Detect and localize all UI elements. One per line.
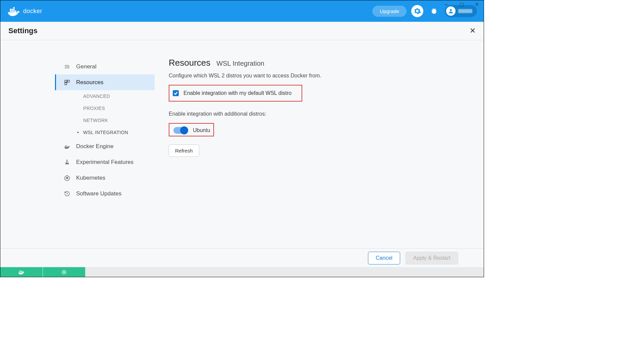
sidebar-item-label: Kubernetes: [76, 175, 105, 181]
sidebar-item-docker-engine[interactable]: Docker Engine: [55, 138, 155, 154]
svg-rect-3: [65, 82, 67, 84]
content-area: Resources WSL Integration Configure whic…: [155, 40, 484, 261]
upgrade-button[interactable]: Upgrade: [372, 6, 407, 17]
svg-point-0: [450, 9, 452, 11]
svg-point-7: [63, 271, 64, 272]
distro-toggle-box: Ubuntu: [169, 123, 214, 136]
apply-button: Apply & Restart: [406, 252, 458, 264]
sliders-icon: [64, 64, 70, 70]
sidebar-item-updates[interactable]: Software Updates: [55, 186, 155, 201]
cancel-button[interactable]: Cancel: [368, 252, 400, 264]
close-icon[interactable]: ✕: [470, 27, 476, 35]
resources-icon: [64, 79, 70, 85]
sidebar-sub-network[interactable]: NETWORK: [55, 114, 155, 126]
heading-main: Resources: [169, 58, 210, 68]
svg-point-5: [66, 177, 68, 179]
sidebar-item-label: Experimental Features: [76, 159, 133, 166]
avatar-icon: [446, 6, 456, 16]
status-docker-icon[interactable]: [0, 267, 43, 277]
sidebar-item-label: Docker Engine: [76, 143, 114, 150]
sidebar-item-label: Resources: [76, 79, 103, 86]
refresh-button[interactable]: Refresh: [169, 144, 199, 157]
sidebar-item-label: Software Updates: [76, 190, 121, 197]
sidebar-item-label: General: [76, 63, 96, 70]
flask-icon: [64, 159, 70, 165]
status-kubernetes-icon[interactable]: [43, 267, 86, 277]
status-bar: [0, 267, 484, 277]
docker-logo-icon: [7, 6, 20, 16]
whale-icon: [64, 143, 70, 149]
page-title: Settings: [8, 26, 38, 35]
maximize-icon[interactable]: ▢: [458, 1, 465, 8]
settings-header: Settings ✕: [0, 22, 484, 40]
sidebar-sub-proxies[interactable]: PROXIES: [55, 102, 155, 114]
settings-icon[interactable]: [411, 5, 423, 17]
sidebar-sub-wsl[interactable]: WSL INTEGRATION: [55, 126, 155, 138]
kubernetes-icon: [64, 175, 70, 181]
sidebar-sub-advanced[interactable]: ADVANCED: [55, 90, 155, 102]
window-controls: ─ ▢ ✕: [443, 1, 480, 8]
svg-rect-1: [65, 80, 67, 82]
default-distro-box: Enable integration with my default WSL d…: [169, 85, 302, 102]
sidebar-item-general[interactable]: General: [55, 59, 155, 74]
sidebar-item-kubernetes[interactable]: Kubernetes: [55, 170, 155, 186]
content-heading: Resources WSL Integration: [169, 58, 470, 68]
toggle-knob: [180, 126, 188, 134]
ubuntu-toggle[interactable]: [173, 127, 188, 134]
checkbox-label: Enable integration with my default WSL d…: [183, 90, 291, 96]
heading-sub: WSL Integration: [216, 60, 264, 67]
minimize-icon[interactable]: ─: [443, 1, 449, 8]
sidebar: General Resources ADVANCED PROXIES NETWO…: [0, 40, 155, 261]
app-header: docker Upgrade: [0, 0, 484, 22]
default-distro-checkbox[interactable]: [173, 90, 179, 96]
sidebar-item-resources[interactable]: Resources: [55, 74, 155, 90]
distro-label: Ubuntu: [193, 127, 210, 133]
history-icon: [64, 191, 70, 197]
svg-rect-2: [67, 80, 69, 82]
sidebar-item-experimental[interactable]: Experimental Features: [55, 154, 155, 170]
footer: Cancel Apply & Restart: [0, 248, 484, 267]
additional-label: Enable integration with additional distr…: [169, 111, 470, 117]
close-window-icon[interactable]: ✕: [474, 1, 480, 8]
content-description: Configure which WSL 2 distros you want t…: [169, 73, 470, 79]
username-blur: [458, 9, 472, 13]
brand-text: docker: [23, 8, 42, 15]
logo-area: docker: [7, 6, 42, 16]
bug-icon[interactable]: [428, 5, 440, 17]
